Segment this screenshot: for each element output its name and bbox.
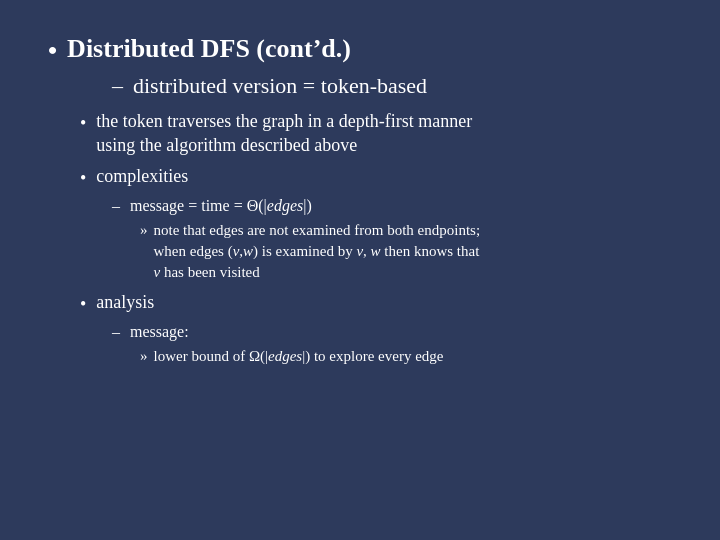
note-edges-block: » note that edges are not examined from … [140, 220, 672, 283]
analysis-item: • analysis [80, 291, 672, 316]
bullet-icon: • [48, 34, 57, 68]
distributed-version-block: – distributed version = token-based [80, 72, 672, 101]
lower-bound-text: lower bound of Ω(|edges|) to explore eve… [154, 346, 444, 367]
bullet-icon-3: • [80, 167, 86, 190]
analysis-block: • analysis – message: » lower bound of Ω… [80, 291, 672, 367]
message-time-item: – message = time = Θ(|edges|) [112, 195, 672, 217]
lower-bound-item: » lower bound of Ω(|edges|) to explore e… [140, 346, 672, 367]
bullet-icon-2: • [80, 112, 86, 135]
complexities-item: • complexities [80, 165, 672, 190]
analysis-message-item: – message: [112, 321, 672, 343]
note-edges-text: note that edges are not examined from bo… [154, 220, 481, 283]
distributed-version-item: – distributed version = token-based [112, 72, 672, 101]
heading-text: Distributed DFS (cont’d.) [67, 32, 351, 66]
analysis-message-block: – message: » lower bound of Ω(|edges|) t… [112, 321, 672, 368]
dash-icon-3: – [112, 321, 120, 343]
message-time-block: – message = time = Θ(|edges|) » note tha… [112, 195, 672, 284]
complexities-block: • complexities – message = time = Θ(|edg… [80, 165, 672, 283]
complexities-text: complexities [96, 165, 188, 188]
token-traverses-item: • the token traverses the graph in a dep… [80, 110, 672, 157]
distributed-version-text: distributed version = token-based [133, 72, 427, 101]
analysis-text: analysis [96, 291, 154, 314]
section-distributed-dfs: • Distributed DFS (cont’d.) – distribute… [48, 32, 672, 367]
token-traverses-text: the token traverses the graph in a depth… [96, 110, 472, 157]
bullet-icon-4: • [80, 293, 86, 316]
token-traverses-block: • the token traverses the graph in a dep… [80, 110, 672, 157]
dash-icon: – [112, 72, 123, 101]
chevron-icon-2: » [140, 346, 148, 367]
dash-icon-2: – [112, 195, 120, 217]
chevron-icon: » [140, 220, 148, 241]
heading-distributed-dfs: • Distributed DFS (cont’d.) [48, 32, 672, 68]
note-edges-item: » note that edges are not examined from … [140, 220, 672, 283]
slide-content: • Distributed DFS (cont’d.) – distribute… [0, 0, 720, 399]
message-time-text: message = time = Θ(|edges|) [130, 195, 312, 217]
analysis-message-text: message: [130, 321, 189, 343]
lower-bound-block: » lower bound of Ω(|edges|) to explore e… [140, 346, 672, 367]
